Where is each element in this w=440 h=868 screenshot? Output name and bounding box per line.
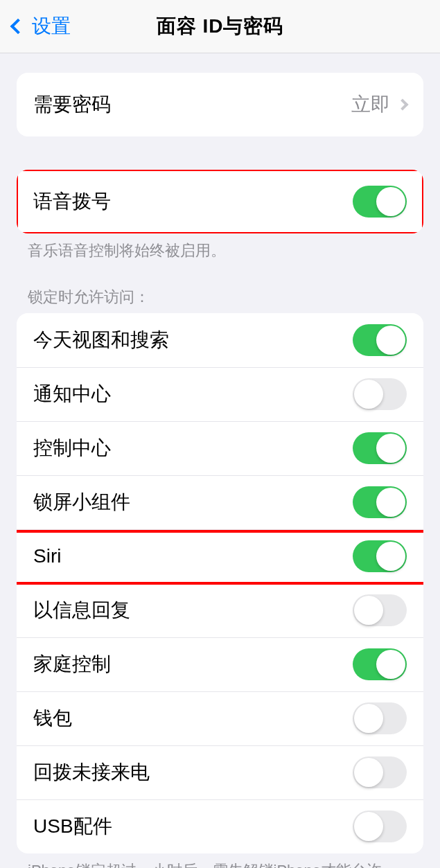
- today-view-row[interactable]: 今天视图和搜索: [17, 313, 423, 367]
- wallet-row[interactable]: 钱包: [17, 691, 423, 745]
- require-passcode-group: 需要密码 立即: [17, 73, 423, 136]
- chevron-right-icon: [397, 99, 409, 111]
- chevron-left-icon: [10, 19, 26, 35]
- notification-center-label: 通知中心: [33, 381, 353, 407]
- toggle-knob: [376, 187, 405, 216]
- back-button[interactable]: 设置: [0, 13, 71, 39]
- voice-dial-row[interactable]: 语音拨号: [17, 170, 423, 233]
- control-center-label: 控制中心: [33, 435, 353, 461]
- usb-accessories-row[interactable]: USB配件: [17, 799, 423, 853]
- control-center-row[interactable]: 控制中心: [17, 421, 423, 475]
- siri-label: Siri: [33, 545, 353, 567]
- voice-dial-footer: 音乐语音控制将始终被启用。: [28, 240, 412, 262]
- home-control-row[interactable]: 家庭控制: [17, 637, 423, 691]
- locked-access-header: 锁定时允许访问：: [28, 287, 412, 308]
- voice-dial-toggle[interactable]: [353, 186, 407, 218]
- nav-bar: 设置 面容 ID与密码: [0, 0, 440, 53]
- reply-with-message-label: 以信息回复: [33, 597, 353, 623]
- lock-screen-widgets-row[interactable]: 锁屏小组件: [17, 475, 423, 529]
- lock-screen-widgets-label: 锁屏小组件: [33, 489, 353, 515]
- wallet-label: 钱包: [33, 705, 353, 732]
- today-view-toggle[interactable]: [353, 324, 407, 356]
- return-missed-calls-row[interactable]: 回拨未接来电: [17, 745, 423, 799]
- today-view-label: 今天视图和搜索: [33, 327, 353, 353]
- require-passcode-label: 需要密码: [33, 91, 351, 118]
- voice-dial-label: 语音拨号: [33, 188, 353, 215]
- return-missed-calls-toggle[interactable]: [353, 756, 407, 788]
- usb-accessories-label: USB配件: [33, 813, 353, 840]
- siri-row[interactable]: Siri: [17, 529, 423, 583]
- require-passcode-value: 立即: [351, 91, 390, 118]
- usb-footer: iPhone锁定超过一小时后，需先解锁iPhone才能允许USB配件连接。: [28, 860, 412, 868]
- siri-toggle[interactable]: [353, 540, 407, 572]
- wallet-toggle[interactable]: [353, 702, 407, 734]
- require-passcode-row[interactable]: 需要密码 立即: [17, 73, 423, 136]
- back-label: 设置: [32, 13, 71, 39]
- home-control-label: 家庭控制: [33, 651, 353, 677]
- locked-access-group: 今天视图和搜索 通知中心 控制中心 锁屏小组件 Siri 以信息回复 家庭控制: [17, 313, 423, 853]
- control-center-toggle[interactable]: [353, 432, 407, 464]
- return-missed-calls-label: 回拨未接来电: [33, 759, 353, 786]
- reply-with-message-toggle[interactable]: [353, 594, 407, 626]
- usb-accessories-toggle[interactable]: [353, 811, 407, 842]
- lock-screen-widgets-toggle[interactable]: [353, 486, 407, 518]
- voice-dial-group: 语音拨号: [17, 170, 423, 233]
- notification-center-toggle[interactable]: [353, 378, 407, 410]
- reply-with-message-row[interactable]: 以信息回复: [17, 583, 423, 637]
- home-control-toggle[interactable]: [353, 648, 407, 680]
- notification-center-row[interactable]: 通知中心: [17, 367, 423, 421]
